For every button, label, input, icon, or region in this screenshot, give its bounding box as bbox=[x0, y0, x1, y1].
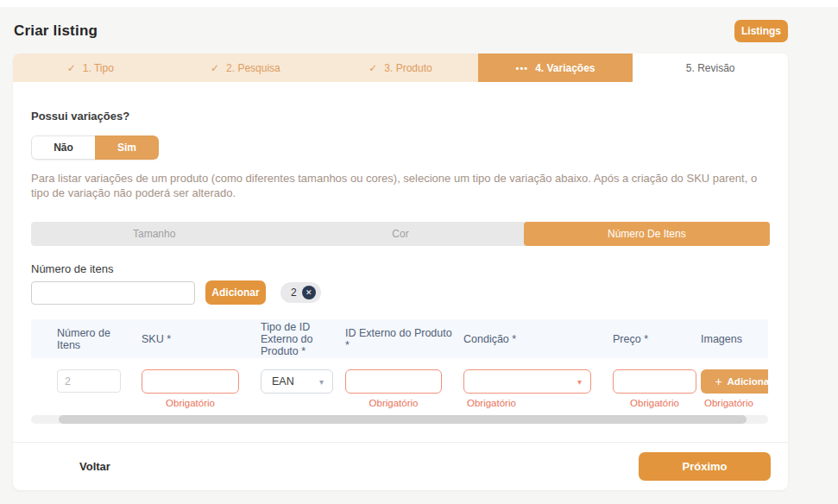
tab-cor[interactable]: Cor bbox=[277, 222, 523, 246]
add-item-button[interactable]: Adicionar bbox=[205, 280, 266, 305]
variations-table: Número de Itens SKU * Tipo de ID Externo… bbox=[31, 319, 768, 408]
add-images-label: Adicionar bbox=[728, 376, 768, 387]
step-variacoes[interactable]: ••• 4. Variações bbox=[478, 54, 633, 82]
step-label: 2. Pesquisa bbox=[226, 62, 280, 74]
card-body: Possui variações? Não Sim Para listar va… bbox=[13, 82, 788, 442]
table-header-row: Número de Itens SKU * Tipo de ID Externo… bbox=[31, 319, 768, 358]
check-icon: ✓ bbox=[369, 62, 377, 74]
page-header: Criar listing Listings bbox=[13, 7, 788, 54]
cell-condicao: ▾ Obrigatório bbox=[463, 369, 613, 408]
condicao-required-error: Obrigatório bbox=[463, 398, 591, 408]
condicao-select[interactable]: ▾ bbox=[463, 369, 591, 394]
cell-id-externo: Obrigatório bbox=[345, 369, 463, 408]
cell-tipo-id: EAN ▾ bbox=[261, 369, 345, 408]
cell-numero-itens bbox=[31, 369, 142, 408]
tab-tamanho[interactable]: Tamanho bbox=[31, 222, 277, 246]
card-footer: Voltar Próximo bbox=[13, 442, 788, 490]
col-sku: SKU * bbox=[142, 333, 261, 345]
cell-imagens: + Adicionar Obrigatório bbox=[701, 369, 768, 408]
add-images-button[interactable]: + Adicionar bbox=[701, 369, 768, 394]
id-externo-input[interactable] bbox=[345, 369, 442, 394]
tipo-id-select[interactable]: EAN ▾ bbox=[261, 369, 333, 394]
page-title: Criar listing bbox=[13, 22, 98, 40]
horizontal-scrollbar bbox=[31, 415, 768, 424]
step-label: 5. Revisão bbox=[686, 62, 735, 74]
item-chip: 2 ✕ bbox=[280, 282, 321, 303]
step-label: 1. Tipo bbox=[83, 62, 114, 74]
variations-table-container: Número de Itens SKU * Tipo de ID Externo… bbox=[31, 319, 768, 408]
tipo-id-value: EAN bbox=[272, 375, 294, 387]
imagens-required-error: Obrigatório bbox=[701, 398, 768, 408]
has-variations-question: Possui variações? bbox=[31, 110, 770, 123]
tab-numero-de-itens[interactable]: Número De Itens bbox=[524, 222, 770, 246]
cell-sku: Obrigatório bbox=[142, 369, 261, 408]
id-externo-required-error: Obrigatório bbox=[345, 398, 442, 408]
wizard-card: ✓ 1. Tipo ✓ 2. Pesquisa ✓ 3. Produto •••… bbox=[13, 54, 788, 490]
toggle-yes-button[interactable]: Sim bbox=[95, 135, 159, 160]
scrollbar-thumb[interactable] bbox=[59, 415, 747, 424]
next-button[interactable]: Próximo bbox=[639, 452, 771, 481]
chevron-down-icon: ▾ bbox=[319, 377, 324, 387]
check-icon: ✓ bbox=[211, 62, 219, 74]
col-id-externo: ID Externo do Produto * bbox=[345, 327, 463, 351]
table-row: Obrigatório EAN ▾ Obrigatório bbox=[31, 358, 768, 408]
step-tipo[interactable]: ✓ 1. Tipo bbox=[13, 54, 168, 82]
page-container: Criar listing Listings ✓ 1. Tipo ✓ 2. Pe… bbox=[13, 7, 788, 490]
col-numero-itens: Número de Itens bbox=[31, 327, 142, 351]
sku-input[interactable] bbox=[142, 369, 239, 394]
plus-icon: + bbox=[715, 375, 721, 388]
col-preco: Preço * bbox=[613, 333, 701, 345]
variation-type-tabs: Tamanho Cor Número De Itens bbox=[31, 222, 770, 246]
step-label: 3. Produto bbox=[384, 62, 432, 74]
items-count-label: Número de itens bbox=[31, 262, 770, 275]
toggle-no-button[interactable]: Não bbox=[31, 135, 95, 160]
back-button[interactable]: Voltar bbox=[79, 460, 110, 473]
cell-preco: Obrigatório bbox=[613, 369, 701, 408]
preco-input[interactable] bbox=[613, 369, 696, 394]
top-strip bbox=[0, 0, 838, 7]
col-condicao: Condição * bbox=[463, 333, 613, 345]
preco-required-error: Obrigatório bbox=[613, 398, 696, 408]
variations-toggle: Não Sim bbox=[31, 135, 159, 160]
sku-required-error: Obrigatório bbox=[142, 398, 239, 408]
step-pesquisa[interactable]: ✓ 2. Pesquisa bbox=[168, 54, 324, 82]
listings-button[interactable]: Listings bbox=[734, 20, 788, 42]
chip-value: 2 bbox=[291, 287, 297, 299]
variations-description: Para listar variações de um produto (com… bbox=[31, 171, 770, 200]
wizard-steps: ✓ 1. Tipo ✓ 2. Pesquisa ✓ 3. Produto •••… bbox=[13, 54, 788, 82]
chevron-down-icon: ▾ bbox=[577, 377, 582, 387]
step-label: 4. Variações bbox=[535, 62, 595, 74]
items-input-row: Adicionar 2 ✕ bbox=[31, 280, 770, 305]
numero-itens-input bbox=[57, 369, 121, 393]
step-produto[interactable]: ✓ 3. Produto bbox=[323, 54, 478, 82]
check-icon: ✓ bbox=[67, 62, 76, 74]
col-tipo-id: Tipo de ID Externo do Produto * bbox=[261, 321, 345, 357]
col-imagens: Imagens bbox=[701, 333, 768, 345]
step-revisao[interactable]: 5. Revisão bbox=[633, 54, 788, 82]
remove-chip-icon[interactable]: ✕ bbox=[302, 286, 316, 299]
items-count-input[interactable] bbox=[31, 281, 195, 305]
ellipsis-icon: ••• bbox=[516, 63, 529, 73]
